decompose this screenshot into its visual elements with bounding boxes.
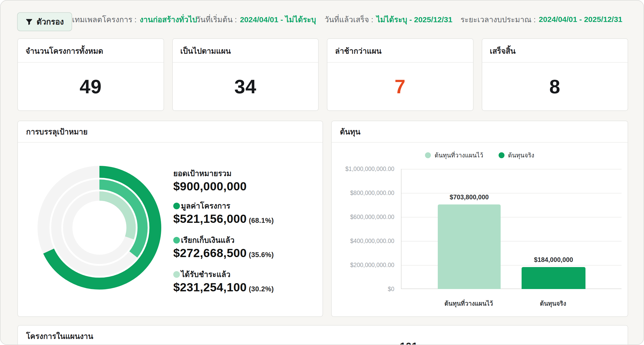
legend-item-actual[interactable]: ต้นทุนจริง (499, 150, 534, 160)
y-axis-tick: $800,000,000.00 (332, 189, 394, 197)
goal-item-label: มูลค่าโครงการ (181, 201, 230, 211)
goal-total-value: $900,000,000 (173, 179, 274, 194)
legend-dot-medium-green (173, 237, 180, 244)
goal-item-value: $231,254,100(30.2%) (173, 280, 274, 296)
legend-label-actual: ต้นทุนจริง (508, 150, 534, 160)
y-axis-tick: $600,000,000.00 (332, 213, 394, 221)
goal-item-percent: (68.1%) (249, 217, 274, 224)
bar-actual-cost[interactable] (522, 267, 585, 289)
filter-budget-period[interactable]: ระยะเวลางบประมาณ : 2024/04/01 - 2025/12/… (461, 1, 622, 38)
stat-card-title: เป็นไปตามแผน (173, 39, 318, 63)
y-axis-tick: $400,000,000.00 (332, 237, 394, 245)
filter-start-date-value: 2024/04/01 - ไม่ได้ระบุ (240, 14, 316, 26)
x-axis-label-planned: ต้นทุนที่วางแผนไว้ (430, 298, 507, 308)
filter-template[interactable]: เทมเพลตโครงการ : งานก่อสร้างทั่วไป (72, 1, 197, 38)
goal-panel-title: การบรรลุเป้าหมาย (18, 121, 323, 143)
goal-item-label: ได้รับชำระแล้ว (181, 269, 231, 280)
x-axis-label-actual: ต้นทุนจริง (515, 298, 591, 308)
stat-card-value: 7 (327, 63, 473, 110)
goal-total: ยอดเป้าหมายรวม $900,000,000 (173, 168, 274, 194)
filter-button-label: ตัวกรอง (37, 15, 64, 28)
goal-panel-content: ยอดเป้าหมายรวม $900,000,000 มูลค่าโครงกา… (18, 143, 323, 317)
legend-dot-planned (425, 152, 431, 158)
stat-card-title: ล่าช้ากว่าแผน (327, 39, 473, 63)
goal-item-value: $272,668,500(35.6%) (173, 246, 274, 262)
goal-item-value: $521,156,000(68.1%) (173, 211, 274, 228)
stat-cards-row: จำนวนโครงการทั้งหมด 49 เป็นไปตามแผน 34 ล… (17, 38, 628, 111)
filter-budget-period-label: ระยะเวลางบประมาณ : (461, 14, 536, 26)
filter-finish-date[interactable]: วันที่แล้วเสร็จ : ไม่ได้ระบุ - 2025/12/3… (325, 1, 452, 38)
goal-item-project-value: มูลค่าโครงการ $521,156,000(68.1%) (173, 201, 274, 228)
cost-panel-title: ต้นทุน (332, 121, 628, 143)
funnel-icon (25, 18, 33, 26)
filter-finish-date-label: วันที่แล้วเสร็จ : (325, 14, 373, 26)
stat-card-title: จำนวนโครงการทั้งหมด (18, 39, 164, 63)
bar-planned-cost[interactable] (438, 204, 501, 289)
legend-dot-actual (499, 152, 504, 158)
filter-template-value: งานก่อสร้างทั่วไป (140, 14, 197, 26)
goal-item-label: เรียกเก็บเงินแล้ว (181, 235, 235, 246)
y-axis-tick: $0 (332, 285, 394, 293)
cost-chart-legend: ต้นทุนที่วางแผนไว้ ต้นทุนจริง (332, 150, 628, 160)
stat-card-value: 34 (173, 63, 318, 110)
legend-label-planned: ต้นทุนที่วางแผนไว้ (434, 150, 483, 160)
goal-item-paid: ได้รับชำระแล้ว $231,254,100(30.2%) (173, 269, 274, 296)
filter-budget-period-value: 2024/04/01 - 2025/12/31 (539, 15, 622, 24)
projects-in-plan-title: โครงการในแผนงาน (18, 326, 628, 345)
cost-panel: ต้นทุน ต้นทุนที่วางแผนไว้ ต้นทุนจริง $1,… (331, 121, 628, 317)
stat-card-on-plan: เป็นไปตามแผน 34 (172, 38, 319, 111)
cost-bar-chart-plot: $703,800,000 $184,000,000 (401, 169, 622, 289)
goal-stats-list: ยอดเป้าหมายรวม $900,000,000 มูลค่าโครงกา… (173, 168, 274, 303)
stat-card-finished: เสร็จสิ้น 8 (482, 38, 628, 111)
filter-bar: ตัวกรอง เทมเพลตโครงการ : งานก่อสร้างทั่ว… (1, 1, 644, 38)
filter-start-date[interactable]: วันที่เริ่มต้น : 2024/04/01 - ไม่ได้ระบุ (196, 1, 316, 38)
dashboard-page: ตัวกรอง เทมเพลตโครงการ : งานก่อสร้างทั่ว… (0, 0, 644, 345)
legend-item-planned[interactable]: ต้นทุนที่วางแผนไว้ (425, 150, 483, 160)
projects-in-plan-panel: โครงการในแผนงาน (17, 325, 628, 345)
filter-finish-date-value: ไม่ได้ระบุ - 2025/12/31 (376, 14, 453, 26)
bar-value-actual: $184,000,000 (515, 256, 592, 263)
goal-achievement-panel: การบรรลุเป้าหมาย ยอดเป้าหมายรวม $900,000… (17, 121, 323, 317)
y-axis-tick: $200,000,000.00 (332, 261, 394, 269)
goal-item-percent: (35.6%) (249, 251, 274, 259)
filter-button[interactable]: ตัวกรอง (17, 12, 72, 31)
goal-item-invoiced: เรียกเก็บเงินแล้ว $272,668,500(35.6%) (173, 235, 274, 262)
goal-total-label: ยอดเป้าหมายรวม (173, 168, 232, 179)
goal-item-percent: (30.2%) (249, 285, 274, 293)
y-axis-tick: $1,000,000,000.00 (332, 165, 394, 172)
goal-donut-chart (36, 165, 163, 291)
cost-panel-content: ต้นทุนที่วางแผนไว้ ต้นทุนจริง $1,000,000… (332, 143, 628, 317)
bar-value-planned: $703,800,000 (431, 193, 508, 201)
stat-card-total-projects: จำนวนโครงการทั้งหมด 49 (17, 38, 164, 111)
filter-start-date-label: วันที่เริ่มต้น : (196, 14, 237, 26)
projects-in-plan-partial-value: 101 (383, 340, 434, 345)
stat-card-value: 49 (18, 63, 164, 110)
legend-dot-light-green (173, 271, 180, 278)
filter-template-label: เทมเพลตโครงการ : (72, 14, 136, 26)
stat-card-title: เสร็จสิ้น (482, 39, 628, 63)
legend-dot-dark-green (173, 203, 180, 209)
stat-card-delayed: ล่าช้ากว่าแผน 7 (327, 38, 474, 111)
stat-card-value: 8 (482, 63, 628, 110)
